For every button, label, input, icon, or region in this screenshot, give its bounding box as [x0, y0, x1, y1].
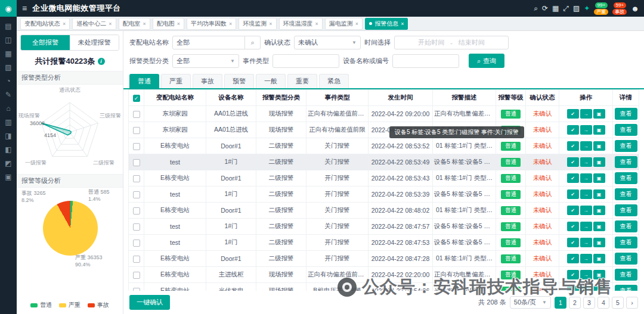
nav-tab[interactable]: 变配电站状态× [20, 18, 70, 30]
goto-action-button[interactable]: → [580, 157, 592, 167]
sidebar-icon-device[interactable]: ◧ [5, 146, 11, 153]
goto-action-button[interactable]: → [580, 270, 592, 279]
goto-action-button[interactable]: → [580, 238, 592, 247]
row-checkbox[interactable] [133, 240, 140, 247]
category-tab-预警[interactable]: 预警 [224, 74, 254, 88]
user-avatar-icon[interactable]: ☻ [631, 4, 639, 13]
table-row[interactable]: E栋变电站Door#1二级报警开门报警2022-04-22 08:53:4301… [129, 170, 639, 186]
record-action-button[interactable]: ▣ [593, 157, 605, 167]
nav-tab[interactable]: 巡检中心二× [72, 18, 116, 30]
view-detail-button[interactable]: 查看 [615, 220, 637, 232]
category-tab-事故[interactable]: 事故 [193, 74, 222, 88]
nav-tab[interactable]: 配电室× [119, 18, 150, 30]
search-icon[interactable]: ⌕ [534, 4, 538, 13]
view-detail-button[interactable]: 查看 [615, 204, 637, 216]
goto-action-button[interactable]: → [580, 206, 592, 215]
theme-icon[interactable]: ✦ [584, 4, 590, 13]
table-row[interactable]: test1#门二级报警关门报警2022-04-22 08:47:57设备5 标签… [129, 219, 639, 235]
confirm-action-button[interactable]: ✔ [567, 141, 579, 151]
sidebar-icon-home[interactable]: ⌂ [6, 105, 10, 112]
page-button-2[interactable]: 2 [569, 297, 581, 309]
table-row[interactable]: E栋变电站Door#1二级报警关门报警2022-04-22 08:53:5201… [129, 138, 639, 154]
table-row[interactable]: test1#门二级报警关门报警2022-04-22 08:53:49设备5 标签… [129, 154, 639, 170]
goto-action-button[interactable]: → [580, 189, 592, 199]
close-tab-icon[interactable]: × [63, 21, 66, 27]
refresh-icon[interactable]: ⟳ [542, 4, 548, 13]
sidebar-icon-dashboard[interactable]: ▤ [5, 23, 11, 30]
view-detail-button[interactable]: 查看 [615, 188, 637, 200]
alarm-type-select[interactable]: 全部 ▼ [172, 54, 239, 68]
page-size-select[interactable]: 50条/页 ▼ [510, 296, 551, 309]
goto-action-button[interactable]: → [580, 254, 592, 263]
table-row[interactable]: test1#门二级报警开门报警2022-04-22 08:53:39设备5 标签… [129, 186, 639, 203]
table-row[interactable]: E栋变电站光伏发电现场报警B相电压高限报警2022-04-22 01:54:26… [129, 283, 639, 291]
nav-tab[interactable]: 漏电监测× [325, 18, 363, 30]
record-action-button[interactable]: ▣ [593, 206, 605, 215]
goto-action-button[interactable]: → [580, 286, 592, 291]
table-row[interactable]: 东坝家园AA01总进线现场报警正向有功偏差值前限…2022-04-22 09:2… [129, 106, 639, 122]
record-action-button[interactable]: ▣ [593, 286, 605, 291]
nav-tab[interactable]: 报警信息× [365, 18, 408, 30]
confirm-all-button[interactable]: 一键确认 [129, 295, 170, 310]
goto-action-button[interactable]: → [580, 109, 592, 119]
close-tab-icon[interactable]: × [109, 21, 112, 27]
view-detail-button[interactable]: 查看 [615, 156, 637, 168]
record-action-button[interactable]: ▣ [593, 270, 605, 279]
confirm-action-button[interactable]: ✔ [567, 254, 579, 263]
row-checkbox[interactable] [133, 159, 140, 166]
confirm-action-button[interactable]: ✔ [567, 189, 579, 199]
table-row[interactable]: E栋变电站Door#1二级报警关门报警2022-04-22 08:48:0201… [129, 203, 639, 219]
row-checkbox[interactable] [133, 111, 140, 118]
goto-action-button[interactable]: → [580, 141, 592, 151]
close-tab-icon[interactable]: × [315, 21, 318, 27]
goto-action-button[interactable]: → [580, 173, 592, 183]
confirm-action-button[interactable]: ✔ [567, 125, 579, 135]
goto-action-button[interactable]: → [580, 125, 592, 135]
view-detail-button[interactable]: 查看 [615, 140, 637, 152]
view-detail-button[interactable]: 查看 [615, 124, 637, 136]
close-tab-icon[interactable]: × [401, 21, 404, 27]
sidebar-icon-energy[interactable]: ◩ [5, 160, 11, 167]
view-detail-button[interactable]: 查看 [615, 108, 637, 120]
sidebar-icon-settings[interactable]: ▣ [5, 173, 11, 181]
close-tab-icon[interactable]: × [143, 21, 146, 27]
sidebar-icon-layout[interactable]: ◨ [5, 132, 11, 139]
row-checkbox[interactable] [133, 127, 140, 134]
grid-icon[interactable]: ▦ [552, 4, 559, 13]
row-checkbox[interactable] [133, 191, 140, 198]
select-all-checkbox[interactable]: ✓ [133, 95, 140, 102]
category-tab-重要[interactable]: 重要 [287, 74, 317, 88]
nav-tab[interactable]: 环境温湿度× [279, 18, 323, 30]
confirm-status-select[interactable]: 未确认 ▼ [294, 36, 361, 49]
page-button-3[interactable]: 3 [583, 297, 595, 309]
view-detail-button[interactable]: 查看 [615, 172, 637, 184]
close-tab-icon[interactable]: × [229, 21, 232, 27]
sidebar-icon-report[interactable]: ▦ [5, 50, 11, 57]
confirm-action-button[interactable]: ✔ [567, 286, 579, 291]
table-row[interactable]: test1#门二级报警开门报警2022-04-22 08:47:53设备5 标签… [129, 235, 639, 251]
row-checkbox[interactable] [133, 175, 140, 182]
sidebar-icon-chart[interactable]: ▧ [5, 64, 11, 71]
station-filter-input[interactable] [172, 36, 245, 49]
view-detail-button[interactable]: 查看 [615, 285, 637, 291]
category-tab-一般[interactable]: 一般 [256, 74, 286, 88]
page-button-1[interactable]: 1 [555, 297, 566, 309]
fullscreen-icon[interactable]: ⤢ [563, 4, 569, 13]
row-checkbox[interactable] [133, 272, 140, 279]
close-tab-icon[interactable]: × [177, 21, 180, 27]
nav-tab[interactable]: 环境监测× [239, 18, 276, 30]
confirm-action-button[interactable]: ✔ [567, 222, 579, 231]
row-checkbox[interactable] [133, 223, 140, 231]
record-action-button[interactable]: ▣ [593, 238, 605, 247]
record-action-button[interactable]: ▣ [593, 222, 605, 231]
station-search-icon[interactable]: ⌕ [245, 36, 261, 49]
record-action-button[interactable]: ▣ [593, 141, 605, 151]
device-name-input[interactable] [392, 54, 459, 68]
event-type-input[interactable] [273, 54, 339, 68]
record-action-button[interactable]: ▣ [593, 125, 605, 135]
view-detail-button[interactable]: 查看 [615, 253, 637, 265]
confirm-action-button[interactable]: ✔ [567, 206, 579, 215]
goto-action-button[interactable]: → [580, 222, 592, 231]
category-tab-普通[interactable]: 普通 [129, 74, 159, 88]
time-range-picker[interactable]: 开始时间 - 结束时间 [394, 36, 509, 49]
